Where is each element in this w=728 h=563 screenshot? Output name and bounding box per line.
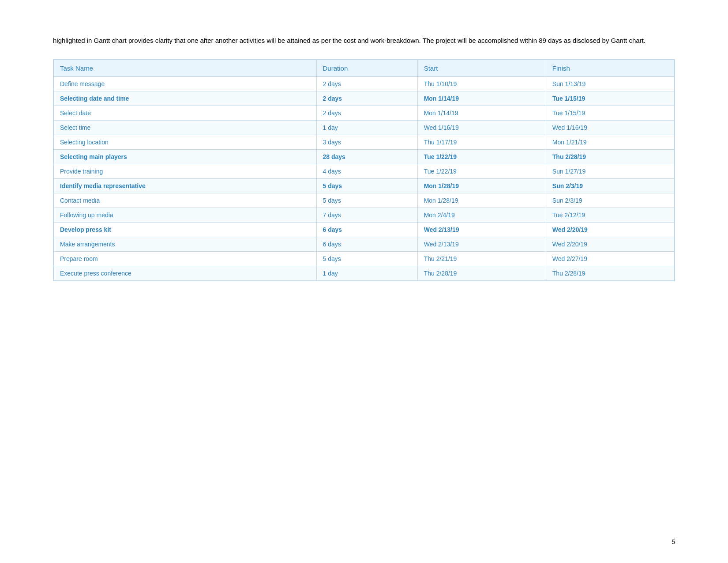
table-header-row: Task Name Duration Start Finish — [54, 60, 675, 77]
task-duration-cell: 2 days — [316, 77, 417, 91]
task-name-cell: Following up media — [54, 208, 317, 223]
task-duration-cell: 5 days — [316, 252, 417, 266]
task-name-cell: Execute press conference — [54, 266, 317, 281]
task-finish-cell: Wed 2/20/19 — [546, 223, 674, 237]
task-finish-cell: Thu 2/28/19 — [546, 266, 674, 281]
task-duration-cell: 2 days — [316, 106, 417, 121]
task-duration-cell: 6 days — [316, 223, 417, 237]
task-name-cell: Select time — [54, 121, 317, 135]
task-start-cell: Thu 2/21/19 — [417, 252, 546, 266]
table-row: Execute press conference1 dayThu 2/28/19… — [54, 266, 675, 281]
intro-paragraph: highlighted in Gantt chart provides clar… — [53, 35, 675, 46]
task-name-cell: Provide training — [54, 164, 317, 179]
task-duration-cell: 3 days — [316, 135, 417, 150]
task-finish-cell: Sun 1/27/19 — [546, 164, 674, 179]
table-row: Select date2 daysMon 1/14/19Tue 1/15/19 — [54, 106, 675, 121]
task-duration-cell: 7 days — [316, 208, 417, 223]
task-start-cell: Thu 1/17/19 — [417, 135, 546, 150]
table-row: Contact media5 daysMon 1/28/19Sun 2/3/19 — [54, 193, 675, 208]
task-finish-cell: Sun 1/13/19 — [546, 77, 674, 91]
task-finish-cell: Tue 1/15/19 — [546, 91, 674, 106]
task-finish-cell: Wed 2/20/19 — [546, 237, 674, 252]
task-start-cell: Thu 1/10/19 — [417, 77, 546, 91]
task-finish-cell: Wed 1/16/19 — [546, 121, 674, 135]
gantt-table-wrapper: Task Name Duration Start Finish Define m… — [53, 59, 675, 281]
task-start-cell: Mon 1/28/19 — [417, 193, 546, 208]
task-finish-cell: Sun 2/3/19 — [546, 193, 674, 208]
task-name-cell: Develop press kit — [54, 223, 317, 237]
task-duration-cell: 4 days — [316, 164, 417, 179]
task-start-cell: Wed 2/13/19 — [417, 237, 546, 252]
task-start-cell: Mon 1/28/19 — [417, 179, 546, 193]
table-row: Selecting date and time2 daysMon 1/14/19… — [54, 91, 675, 106]
task-name-cell: Contact media — [54, 193, 317, 208]
task-start-cell: Mon 2/4/19 — [417, 208, 546, 223]
table-row: Selecting main players28 daysTue 1/22/19… — [54, 150, 675, 164]
task-finish-cell: Mon 1/21/19 — [546, 135, 674, 150]
task-finish-cell: Tue 2/12/19 — [546, 208, 674, 223]
task-name-cell: Selecting date and time — [54, 91, 317, 106]
task-name-cell: Prepare room — [54, 252, 317, 266]
task-start-cell: Mon 1/14/19 — [417, 106, 546, 121]
task-duration-cell: 1 day — [316, 121, 417, 135]
task-name-cell: Define message — [54, 77, 317, 91]
task-finish-cell: Tue 1/15/19 — [546, 106, 674, 121]
page-number: 5 — [672, 538, 675, 545]
col-header-task: Task Name — [54, 60, 317, 77]
table-row: Selecting location3 daysThu 1/17/19Mon 1… — [54, 135, 675, 150]
task-finish-cell: Sun 2/3/19 — [546, 179, 674, 193]
task-start-cell: Tue 1/22/19 — [417, 164, 546, 179]
task-start-cell: Wed 2/13/19 — [417, 223, 546, 237]
task-duration-cell: 28 days — [316, 150, 417, 164]
task-duration-cell: 6 days — [316, 237, 417, 252]
task-finish-cell: Thu 2/28/19 — [546, 150, 674, 164]
task-name-cell: Select date — [54, 106, 317, 121]
table-row: Develop press kit6 daysWed 2/13/19Wed 2/… — [54, 223, 675, 237]
table-row: Make arrangements6 daysWed 2/13/19Wed 2/… — [54, 237, 675, 252]
task-start-cell: Tue 1/22/19 — [417, 150, 546, 164]
col-header-finish: Finish — [546, 60, 674, 77]
table-row: Prepare room5 daysThu 2/21/19Wed 2/27/19 — [54, 252, 675, 266]
task-name-cell: Identify media representative — [54, 179, 317, 193]
task-duration-cell: 1 day — [316, 266, 417, 281]
task-name-cell: Make arrangements — [54, 237, 317, 252]
task-duration-cell: 5 days — [316, 193, 417, 208]
table-row: Identify media representative5 daysMon 1… — [54, 179, 675, 193]
task-start-cell: Thu 2/28/19 — [417, 266, 546, 281]
task-name-cell: Selecting main players — [54, 150, 317, 164]
table-row: Provide training4 daysTue 1/22/19Sun 1/2… — [54, 164, 675, 179]
task-finish-cell: Wed 2/27/19 — [546, 252, 674, 266]
gantt-table: Task Name Duration Start Finish Define m… — [53, 60, 675, 281]
table-row: Define message2 daysThu 1/10/19Sun 1/13/… — [54, 77, 675, 91]
task-duration-cell: 5 days — [316, 179, 417, 193]
task-start-cell: Wed 1/16/19 — [417, 121, 546, 135]
task-start-cell: Mon 1/14/19 — [417, 91, 546, 106]
task-name-cell: Selecting location — [54, 135, 317, 150]
table-row: Select time1 dayWed 1/16/19Wed 1/16/19 — [54, 121, 675, 135]
col-header-duration: Duration — [316, 60, 417, 77]
task-duration-cell: 2 days — [316, 91, 417, 106]
table-row: Following up media7 daysMon 2/4/19Tue 2/… — [54, 208, 675, 223]
col-header-start: Start — [417, 60, 546, 77]
